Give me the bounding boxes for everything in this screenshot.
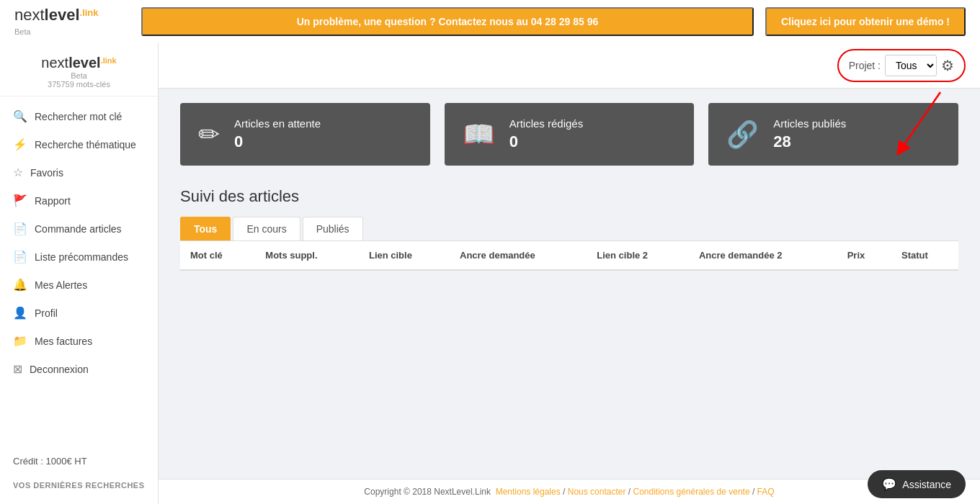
sidebar-item-deconnexion[interactable]: ⊠ Deconnexion	[0, 355, 158, 383]
settings-button[interactable]: ⚙	[941, 57, 954, 74]
stat-title-rediges: Articles rédigés	[509, 117, 584, 130]
table-header: Mot clé Mots suppl. Lien cible Ancre dem…	[180, 241, 958, 270]
sidebar-last-searches: VOS DERNIÈRES RECHERCHES	[0, 474, 158, 497]
col-mot-cle: Mot clé	[180, 241, 255, 270]
logo: nextlevel.link	[14, 6, 130, 24]
lightning-icon: ⚡	[13, 138, 27, 151]
col-lien-cible: Lien cible	[359, 241, 450, 270]
sidebar-label-deconnexion: Deconnexion	[30, 364, 89, 375]
contact-banner[interactable]: Un problème, une question ? Contactez no…	[141, 7, 754, 36]
stat-card-rediges: 📖 Articles rédigés 0	[445, 103, 695, 166]
footer-copyright: Copyright © 2018 NextLevel.Link	[364, 487, 491, 497]
folder-icon: 📁	[13, 334, 27, 348]
sidebar-label-profil: Profil	[35, 307, 58, 319]
col-ancre-demandee-2: Ancre demandée 2	[689, 241, 837, 270]
sidebar-label-rechercher-mot-cle: Rechercher mot clé	[35, 111, 122, 122]
sidebar-label-favoris: Favoris	[30, 167, 63, 179]
stat-card-attente: ✏ Articles en attente 0	[180, 103, 430, 166]
share-icon: 🔗	[726, 120, 759, 150]
document-icon: 📄	[13, 222, 27, 235]
sidebar-item-mes-alertes[interactable]: 🔔 Mes Alertes	[0, 271, 158, 299]
sidebar-label-recherche-thematique: Recherche thématique	[35, 139, 136, 150]
col-mots-suppl: Mots suppl.	[255, 241, 359, 270]
projet-label: Projet :	[849, 60, 881, 71]
stat-value-publies: 28	[773, 132, 846, 151]
suivi-section: Suivi des articles Tous En cours Publiés…	[180, 187, 958, 271]
col-lien-cible-2: Lien cible 2	[587, 241, 689, 270]
footer-link-contact[interactable]: Nous contacter	[568, 487, 626, 497]
sidebar-item-favoris[interactable]: ☆ Favoris	[0, 158, 158, 186]
stat-title-attente: Articles en attente	[234, 117, 321, 130]
projet-select[interactable]: Tous	[885, 55, 937, 76]
tabs-row: Tous En cours Publiés	[180, 217, 958, 241]
logo-beta: Beta	[14, 24, 130, 37]
stat-info-attente: Articles en attente 0	[234, 117, 321, 151]
stat-card-publies: 🔗 Articles publiés 28	[708, 103, 958, 166]
flag-icon: 🚩	[13, 194, 27, 207]
sidebar-label-commande-articles: Commande articles	[35, 223, 122, 235]
main-area: nextlevel.link Beta 375759 mots-clés 🔍 R…	[0, 43, 980, 504]
sidebar-label-mes-factures: Mes factures	[35, 336, 92, 347]
user-icon: 👤	[13, 306, 27, 320]
sidebar-item-rechercher-mot-cle[interactable]: 🔍 Rechercher mot clé	[0, 102, 158, 130]
sidebar-item-mes-factures[interactable]: 📁 Mes factures	[0, 327, 158, 355]
project-selector-area: Projet : Tous ⚙	[837, 49, 966, 82]
sidebar-item-commande-articles[interactable]: 📄 Commande articles	[0, 215, 158, 243]
sidebar-label-mes-alertes: Mes Alertes	[35, 279, 87, 291]
content-area: Projet : Tous ⚙	[159, 43, 980, 504]
stat-title-publies: Articles publiés	[773, 117, 846, 130]
sidebar-keywords: 375759 mots-clés	[11, 80, 147, 89]
sidebar-logo: nextlevel.link	[11, 55, 147, 71]
col-prix: Prix	[837, 241, 891, 270]
footer: Copyright © 2018 NextLevel.Link Mentions…	[159, 479, 980, 504]
sidebar-logo-area: nextlevel.link Beta 375759 mots-clés	[0, 50, 158, 96]
footer-link-faq[interactable]: FAQ	[757, 487, 775, 497]
bell-icon: 🔔	[13, 278, 27, 292]
footer-link-cgv[interactable]: Conditions générales de vente	[633, 487, 749, 497]
sidebar-item-rapport[interactable]: 🚩 Rapport	[0, 186, 158, 215]
content-header: Projet : Tous ⚙	[159, 43, 980, 89]
stat-info-publies: Articles publiés 28	[773, 117, 846, 151]
sidebar-item-recherche-thematique[interactable]: ⚡ Recherche thématique	[0, 130, 158, 158]
sidebar-beta: Beta	[11, 71, 147, 80]
sidebar-item-liste-precommandes[interactable]: 📄 Liste précommandes	[0, 243, 158, 271]
tab-tous[interactable]: Tous	[180, 217, 231, 240]
top-banner: nextlevel.link Beta Un problème, une que…	[0, 0, 980, 43]
stat-value-attente: 0	[234, 132, 321, 151]
footer-links: Mentions légales / Nous contacter / Cond…	[493, 487, 774, 497]
demo-banner[interactable]: Cliquez ici pour obtenir une démo !	[765, 7, 966, 36]
pencil-icon: ✏	[198, 120, 220, 150]
logo-next: next	[14, 6, 45, 24]
tab-en-cours[interactable]: En cours	[233, 217, 300, 240]
book-icon: 📖	[463, 120, 495, 150]
sidebar-label-rapport: Rapport	[35, 195, 71, 207]
sidebar-credit: Crédit : 1000€ HT	[0, 449, 158, 474]
assistance-label: Assistance	[902, 479, 951, 490]
sidebar-item-profil[interactable]: 👤 Profil	[0, 299, 158, 327]
logo-area: nextlevel.link Beta	[14, 6, 130, 37]
chat-icon: 💬	[882, 477, 896, 491]
sidebar: nextlevel.link Beta 375759 mots-clés 🔍 R…	[0, 43, 159, 504]
content-body: ✏ Articles en attente 0 📖 Articles rédig…	[159, 89, 980, 479]
search-icon: 🔍	[13, 109, 27, 123]
assistance-button[interactable]: 💬 Assistance	[868, 470, 966, 498]
col-ancre-demandee: Ancre demandée	[450, 241, 587, 270]
sidebar-label-liste-precommandes: Liste précommandes	[35, 251, 128, 263]
stat-value-rediges: 0	[509, 132, 584, 151]
tab-publies[interactable]: Publiés	[303, 217, 363, 240]
footer-link-mentions[interactable]: Mentions légales	[496, 487, 561, 497]
logo-link: .link	[80, 7, 99, 18]
stat-info-rediges: Articles rédigés 0	[509, 117, 584, 151]
col-statut: Statut	[891, 241, 958, 270]
suivi-title: Suivi des articles	[180, 187, 958, 206]
articles-table: Mot clé Mots suppl. Lien cible Ancre dem…	[180, 241, 958, 271]
stats-row: ✏ Articles en attente 0 📖 Articles rédig…	[180, 103, 958, 166]
document2-icon: 📄	[13, 250, 27, 264]
star-icon: ☆	[13, 166, 23, 179]
app-wrapper: nextlevel.link Beta Un problème, une que…	[0, 0, 980, 504]
logo-level: level	[45, 6, 80, 24]
logout-icon: ⊠	[13, 362, 22, 376]
